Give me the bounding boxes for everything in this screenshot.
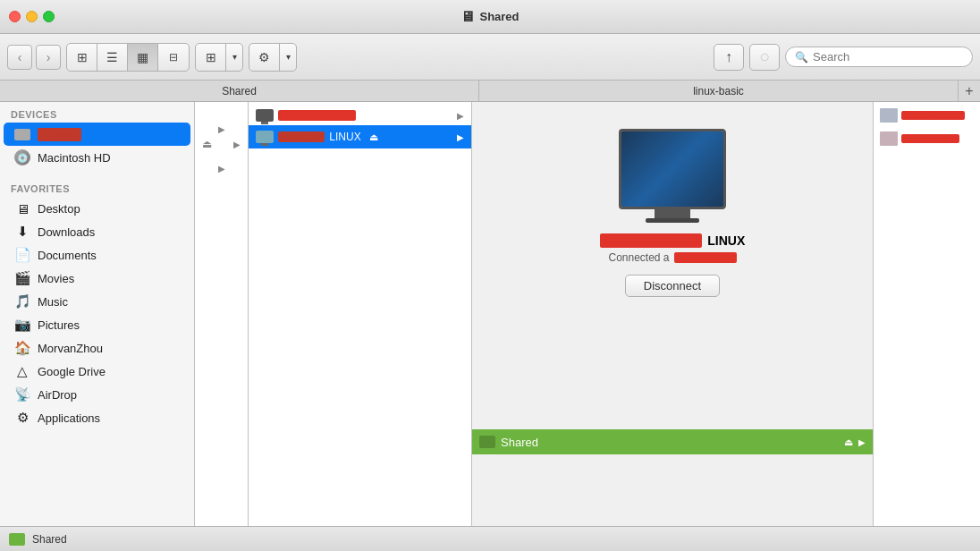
action-dropdown-button[interactable]: ▾	[280, 44, 296, 71]
sidebar-downloads-label: Downloads	[38, 225, 95, 239]
window-title-icon: 🖥	[460, 9, 475, 25]
device-name-redacted: hostname_linux	[600, 233, 703, 248]
thumb-icon-2	[880, 131, 898, 146]
monitor-container	[619, 129, 726, 223]
forward-button[interactable]: ›	[36, 45, 61, 70]
downloads-icon: ⬇	[14, 224, 30, 240]
col2-item1-label-redacted: linux_host_name	[278, 110, 356, 121]
arrange-button[interactable]: ⊞	[196, 44, 226, 71]
shared-folder-icon	[479, 436, 495, 448]
sidebar-item-music[interactable]: 🎵 Music	[4, 290, 190, 313]
preview-monitor	[619, 129, 726, 209]
statusbar-label: Shared	[32, 533, 67, 546]
favorites-header: Favorites	[0, 176, 194, 197]
tag-button[interactable]: ○	[749, 44, 780, 71]
col2-item1-arrow: ▶	[457, 111, 464, 121]
desktop-icon: 🖥	[14, 200, 30, 216]
pathbar: Shared linux-basic +	[0, 81, 980, 102]
applications-icon: ⚙	[14, 410, 30, 426]
sidebar-pictures-label: Pictures	[38, 318, 80, 332]
view-cover-button[interactable]: ⊟	[158, 44, 189, 71]
titlebar: 🖥 Shared	[0, 0, 980, 34]
file-browser: ▶ ⏏ ▶ ▶ linux_host_name ▶ hostname LINU	[195, 102, 980, 526]
shared-folder-eject[interactable]: ⏏	[844, 437, 853, 448]
sidebar-item-morvanzhou[interactable]: 🏠 MorvanZhou	[4, 336, 190, 360]
share-button[interactable]: ↑	[714, 44, 744, 71]
pathbar-linux[interactable]: linux-basic	[479, 81, 959, 101]
music-icon: 🎵	[14, 293, 30, 309]
search-icon: 🔍	[795, 51, 808, 64]
col2-item2-linux: LINUX	[329, 131, 360, 143]
connected-prefix: Connected a	[608, 251, 669, 264]
view-column-button[interactable]: ▦	[128, 44, 158, 71]
sidebar-music-label: Music	[38, 295, 68, 309]
statusbar: Shared	[0, 526, 980, 551]
sidebar-movies-label: Movies	[38, 272, 74, 285]
documents-icon: 📄	[14, 247, 30, 263]
close-button[interactable]	[9, 11, 21, 22]
monitor-icon-1	[256, 109, 274, 122]
airdrop-icon: 📡	[14, 386, 30, 403]
thumb-panel: SH4Q48_7.PNG S1E5N_1.PNG	[873, 102, 980, 526]
shared-folder-row[interactable]: Shared ⏏ ▶	[472, 429, 873, 454]
thumb-item-1[interactable]: SH4Q48_7.PNG	[877, 106, 976, 125]
disconnect-button[interactable]: Disconnect	[625, 275, 720, 297]
sidebar-item-airdrop[interactable]: 📡 AirDrop	[4, 383, 190, 406]
sidebar-documents-label: Documents	[38, 249, 97, 262]
search-input[interactable]	[813, 50, 963, 64]
sidebar-morvanzhou-label: MorvanZhou	[38, 342, 103, 355]
monitor-screen	[621, 131, 723, 207]
sidebar-item-movies[interactable]: 🎬 Movies	[4, 267, 190, 290]
sidebar-desktop-label: Desktop	[38, 202, 80, 216]
window-title-text: Shared	[479, 10, 519, 23]
col2-item-2[interactable]: hostname LINUX ⏏ ▶	[249, 125, 471, 148]
thumb1-label: SH4Q48_7.PNG	[901, 111, 965, 120]
arrange-dropdown-button[interactable]: ▾	[226, 44, 242, 71]
nav-group: ‹ ›	[7, 45, 61, 70]
thumb2-label: S1E5N_1.PNG	[901, 134, 959, 143]
sidebar-item-pictures[interactable]: 📷 Pictures	[4, 313, 190, 336]
sidebar-item-desktop[interactable]: 🖥 Desktop	[4, 197, 190, 220]
search-box: 🔍	[785, 47, 973, 67]
sidebar-item-applications[interactable]: ⚙ Applications	[4, 406, 190, 429]
connected-redacted	[674, 252, 737, 263]
col2-item2-redacted: hostname	[278, 131, 325, 142]
monitor-base	[646, 218, 699, 223]
pathbar-add-button[interactable]: +	[959, 81, 980, 102]
column-2: linux_host_name ▶ hostname LINUX ⏏ ▶	[249, 102, 472, 526]
main-layout: Devices morvan 💿 Macintosh HD Favorites …	[0, 102, 980, 526]
back-button[interactable]: ‹	[7, 45, 32, 70]
sidebar-macintosh-hd-label: Macintosh HD	[38, 151, 111, 165]
window-title: 🖥 Shared	[460, 9, 519, 25]
preview-connected-text: Connected a	[608, 251, 736, 264]
action-button[interactable]: ⚙	[249, 44, 280, 71]
sidebar-applications-label: Applications	[38, 411, 100, 425]
col1-item-3[interactable]: ▶	[195, 156, 248, 179]
pathbar-shared[interactable]: Shared	[0, 81, 479, 101]
action-group: ⚙ ▾	[249, 43, 297, 72]
column-1: ▶ ⏏ ▶ ▶	[195, 102, 249, 526]
pictures-icon: 📷	[14, 317, 30, 333]
col2-item2-eject[interactable]: ⏏	[369, 131, 378, 143]
monitor-icon-2	[256, 131, 274, 143]
sidebar-item-google-drive[interactable]: △ Google Drive	[4, 360, 190, 383]
col1-item-1[interactable]: ▶	[195, 102, 248, 132]
sidebar-item-macintosh-hd[interactable]: 💿 Macintosh HD	[4, 146, 190, 169]
col1-item-2[interactable]: ⏏ ▶	[195, 132, 248, 156]
sidebar-item-morvan[interactable]: morvan	[4, 123, 190, 146]
maximize-button[interactable]	[43, 11, 55, 22]
view-icon-button[interactable]: ⊞	[67, 44, 97, 71]
view-list-button[interactable]: ☰	[97, 44, 128, 71]
thumb-item-2[interactable]: S1E5N_1.PNG	[877, 129, 976, 148]
preview-panel: hostname_linux LINUX Connected a Disconn…	[472, 102, 873, 526]
sidebar-google-drive-label: Google Drive	[38, 365, 106, 378]
sidebar-item-downloads[interactable]: ⬇ Downloads	[4, 220, 190, 243]
monitor-stand	[655, 209, 690, 218]
sidebar-item-documents[interactable]: 📄 Documents	[4, 243, 190, 267]
morvanzhou-icon: 🏠	[14, 340, 30, 356]
arrange-group: ⊞ ▾	[195, 43, 243, 72]
minimize-button[interactable]	[26, 11, 38, 22]
col2-item-1[interactable]: linux_host_name ▶	[249, 102, 471, 125]
traffic-lights	[0, 11, 55, 22]
view-mode-group: ⊞ ☰ ▦ ⊟	[66, 43, 190, 72]
